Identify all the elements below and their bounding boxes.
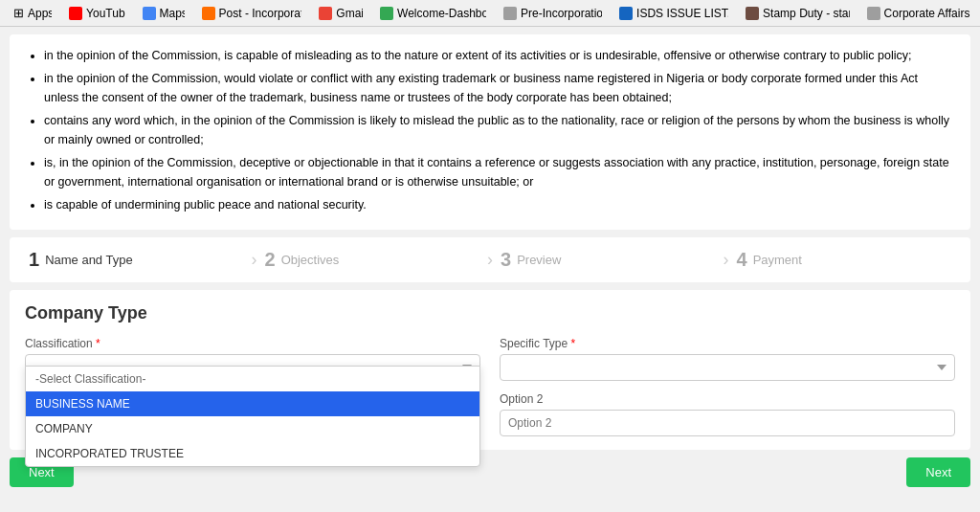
maps-favicon (143, 7, 156, 20)
step-3-label: Preview (517, 253, 561, 267)
notice-item-4: is, in the opinion of the Commission, de… (44, 153, 955, 191)
classification-row: Classification * -Select Classification-… (25, 337, 955, 381)
page-content: in the opinion of the Commission, is cap… (0, 27, 980, 495)
tab-maps[interactable]: Maps (137, 5, 185, 22)
tab-youtube[interactable]: YouTube (63, 5, 124, 22)
notice-box: in the opinion of the Commission, is cap… (10, 34, 970, 230)
dropdown-option-placeholder[interactable]: -Select Classification- (26, 367, 479, 391)
dropdown-option-business-name[interactable]: BUSINESS NAME (26, 391, 479, 416)
dropdown-option-incorporated-trustee[interactable]: INCORPORATED TRUSTEE (26, 441, 479, 466)
step-4-number: 4 (737, 249, 747, 271)
specific-type-required: * (571, 337, 576, 350)
tab-welcome[interactable]: Welcome-Dashboard (374, 5, 486, 22)
tab-isds[interactable]: ISDS ISSUE LIST.xlsx... (613, 5, 728, 22)
step-3[interactable]: 3 Preview (501, 249, 716, 271)
step-1-label: Name and Type (45, 253, 133, 267)
corp-favicon (867, 7, 880, 20)
pre-favicon (503, 7, 517, 20)
step-1[interactable]: 1 Name and Type (29, 249, 244, 271)
step-arrow-2: › (487, 250, 493, 270)
tab-gmail[interactable]: Gmail (313, 5, 363, 22)
tab-apps[interactable]: ⊞ Apps (8, 4, 52, 22)
tab-stamp[interactable]: Stamp Duty - stam... (740, 5, 849, 22)
step-2[interactable]: 2 Objectives (265, 249, 480, 271)
gmail-favicon (319, 7, 332, 20)
classification-required: * (96, 337, 100, 350)
step-1-number: 1 (29, 249, 39, 271)
welcome-favicon (380, 7, 393, 20)
step-3-number: 3 (501, 249, 511, 271)
next-button-right[interactable]: Next (906, 457, 970, 487)
notice-item-3: contains any word which, in the opinion … (44, 111, 955, 149)
browser-tabs-bar: ⊞ Apps YouTube Maps Post - Incorporation… (0, 0, 980, 27)
step-arrow-1: › (252, 250, 257, 270)
classification-dropdown: -Select Classification- BUSINESS NAME CO… (25, 366, 480, 467)
specific-type-select[interactable] (500, 354, 955, 381)
step-2-label: Objectives (281, 253, 340, 267)
youtube-favicon (69, 7, 82, 20)
step-2-number: 2 (265, 249, 276, 271)
dropdown-option-company[interactable]: COMPANY (26, 416, 479, 441)
notice-list: in the opinion of the Commission, is cap… (25, 46, 955, 214)
classification-group: Classification * -Select Classification-… (25, 337, 480, 381)
classification-label: Classification * (25, 337, 480, 350)
stamp-favicon (746, 7, 759, 20)
post-favicon (202, 7, 215, 20)
section-title: Company Type (25, 303, 955, 323)
step-4[interactable]: 4 Payment (737, 249, 952, 271)
tab-post[interactable]: Post - Incorporation (196, 5, 302, 22)
notice-item-5: is capable of undermining public peace a… (44, 195, 955, 214)
option2-label: Option 2 (500, 392, 955, 406)
specific-type-label: Specific Type * (500, 337, 955, 350)
tab-pre[interactable]: Pre-Incorporation... (498, 5, 602, 22)
step-4-label: Payment (753, 253, 802, 267)
specific-type-group: Specific Type * (500, 337, 955, 381)
option2-input[interactable] (500, 410, 955, 436)
step-arrow-3: › (724, 250, 729, 270)
stepper: 1 Name and Type › 2 Objectives › 3 Previ… (10, 237, 970, 282)
option2-group: Option 2 (500, 392, 955, 436)
isds-favicon (619, 7, 633, 20)
tab-corp[interactable]: Corporate Affairs C... (861, 5, 972, 22)
notice-item-2: in the opinion of the Commission, would … (44, 69, 955, 107)
notice-item-1: in the opinion of the Commission, is cap… (44, 46, 955, 65)
form-section: Company Type Classification * -Select Cl… (10, 290, 970, 450)
